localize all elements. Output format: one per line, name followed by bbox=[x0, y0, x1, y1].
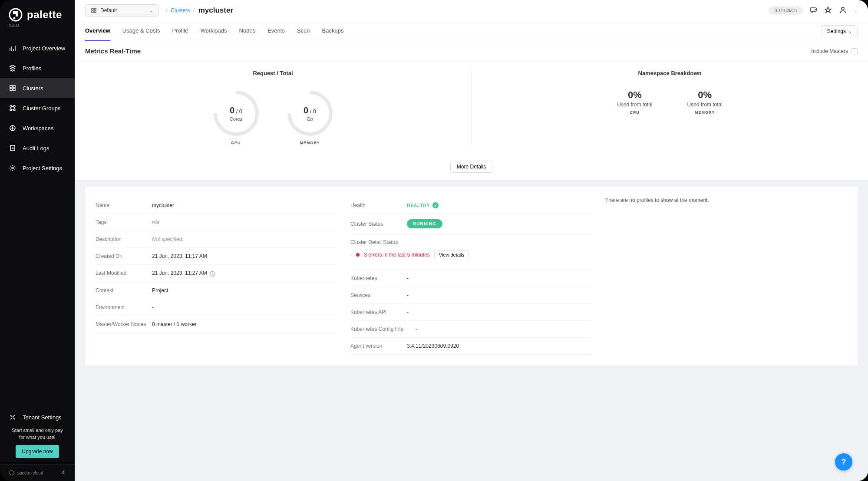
tab-events[interactable]: Events bbox=[267, 21, 285, 41]
chevron-down-icon: ⌄ bbox=[848, 29, 852, 33]
star-icon[interactable] bbox=[825, 7, 832, 14]
svg-point-7 bbox=[13, 105, 15, 107]
svg-rect-14 bbox=[94, 8, 96, 10]
help-button[interactable]: ? bbox=[835, 453, 852, 471]
nav-project-overview[interactable]: Project Overview bbox=[0, 38, 75, 58]
version: 3.4.48 bbox=[9, 23, 66, 28]
svg-point-12 bbox=[12, 167, 13, 169]
tab-overview[interactable]: Overview bbox=[85, 21, 110, 41]
tab-scan[interactable]: Scan bbox=[297, 21, 310, 41]
breadcrumb: / Clusters / mycluster bbox=[166, 6, 233, 15]
clusters-icon bbox=[9, 84, 17, 92]
tenant-settings[interactable]: Tenant Settings bbox=[9, 407, 66, 427]
nav-workspaces[interactable]: Workspaces bbox=[0, 118, 75, 138]
stack-icon bbox=[9, 64, 17, 72]
modified-value: 21 Jun, 2023, 11:27 AMi bbox=[152, 270, 215, 277]
info-icon[interactable]: i bbox=[210, 271, 215, 277]
tab-nodes[interactable]: Nodes bbox=[239, 21, 256, 41]
ns-cpu-stat: 0% Used from total CPU bbox=[617, 89, 652, 115]
breadcrumb-clusters[interactable]: Clusters bbox=[171, 7, 190, 13]
include-masters-checkbox[interactable] bbox=[851, 48, 858, 54]
no-profiles-text: There are no profiles to show at the mom… bbox=[605, 197, 847, 203]
api-label: Kubernetes API bbox=[350, 309, 407, 315]
spectro-icon bbox=[9, 470, 15, 476]
svg-rect-16 bbox=[94, 11, 96, 13]
metrics-title: Metrics Real-Time bbox=[85, 47, 141, 55]
gear-icon bbox=[9, 164, 17, 172]
svg-point-17 bbox=[842, 7, 844, 10]
svg-rect-15 bbox=[92, 11, 93, 13]
include-masters-label: Include Masters bbox=[811, 48, 848, 54]
k8s-label: Kubernetes bbox=[350, 275, 407, 281]
breadcrumb-current: mycluster bbox=[198, 6, 233, 15]
svc-value: - bbox=[407, 292, 409, 298]
svg-rect-11 bbox=[10, 145, 15, 151]
nav-label: Workspaces bbox=[23, 125, 53, 132]
nav-cluster-groups[interactable]: Cluster Groups bbox=[0, 98, 75, 118]
view-details-button[interactable]: View details bbox=[434, 250, 469, 259]
user-chevron-icon[interactable]: ⌄ bbox=[854, 8, 858, 13]
tenant-label: Tenant Settings bbox=[23, 414, 62, 421]
error-text: 3 errors in the last 5 minutes bbox=[364, 252, 429, 258]
env-label: Environment bbox=[96, 304, 152, 310]
sidebar: palette 3.4.48 Project Overview Profiles bbox=[0, 0, 75, 481]
tab-profile[interactable]: Profile bbox=[172, 21, 188, 41]
project-selector[interactable]: Default ⌄ bbox=[85, 4, 159, 16]
palette-logo-icon bbox=[9, 8, 23, 22]
nav-label: Profiles bbox=[23, 65, 41, 72]
upgrade-text: Start small and only pay for what you us… bbox=[9, 427, 66, 441]
tab-workloads[interactable]: Workloads bbox=[200, 21, 227, 41]
svg-rect-3 bbox=[13, 86, 15, 88]
nav-label: Audit Logs bbox=[23, 145, 49, 152]
desc-label: Description bbox=[96, 236, 152, 242]
nav-audit-logs[interactable]: Audit Logs bbox=[0, 138, 75, 158]
error-dot-icon bbox=[356, 253, 360, 257]
memory-label: MEMORY bbox=[300, 141, 320, 145]
bar-chart-icon bbox=[9, 44, 17, 52]
svg-rect-2 bbox=[10, 86, 12, 88]
svg-point-9 bbox=[13, 109, 15, 111]
k8s-value: - bbox=[407, 275, 409, 281]
nav-profiles[interactable]: Profiles bbox=[0, 58, 75, 78]
cfg-label: Kubernetes Config File bbox=[350, 326, 416, 332]
nav-label: Clusters bbox=[23, 85, 43, 92]
audit-icon bbox=[9, 144, 17, 152]
grid-icon bbox=[91, 7, 97, 13]
memory-gauge: 0 / 0 Gb MEMORY bbox=[286, 89, 334, 145]
tab-backups[interactable]: Backups bbox=[322, 21, 344, 41]
user-icon[interactable] bbox=[839, 7, 847, 14]
collapse-sidebar-icon[interactable] bbox=[61, 470, 66, 476]
agent-label: Agent version bbox=[350, 343, 407, 349]
group-icon bbox=[9, 104, 17, 112]
tab-usage-costs[interactable]: Usage & Costs bbox=[122, 21, 160, 41]
env-value: - bbox=[152, 304, 154, 310]
tags-label: Tags bbox=[96, 219, 152, 225]
chat-icon[interactable] bbox=[810, 7, 818, 14]
status-label: Cluster Status bbox=[350, 221, 407, 227]
cpu-gauge: 0 / 0 Cores CPU bbox=[212, 89, 260, 145]
context-label: Context bbox=[96, 287, 152, 293]
nav-project-settings[interactable]: Project Settings bbox=[0, 158, 75, 178]
chevron-right-icon[interactable]: › bbox=[350, 253, 352, 257]
check-icon: ✓ bbox=[432, 202, 439, 208]
chevron-down-icon: ⌄ bbox=[149, 7, 153, 13]
credit-badge: 0.1/100kCh bbox=[769, 7, 803, 15]
nav-label: Project Overview bbox=[23, 45, 65, 52]
nav-clusters[interactable]: Clusters bbox=[0, 78, 75, 98]
more-details-button[interactable]: More Details bbox=[450, 161, 492, 173]
sidebar-footer-brand: spectro cloud bbox=[9, 470, 43, 476]
logo: palette bbox=[9, 8, 66, 22]
settings-button[interactable]: Settings ⌄ bbox=[822, 25, 858, 37]
name-label: Name bbox=[96, 202, 152, 208]
nav-label: Project Settings bbox=[23, 165, 62, 171]
detail-status-label: Cluster Detail Status bbox=[350, 239, 398, 245]
created-value: 21 Jun, 2023, 11:17 AM bbox=[152, 253, 207, 259]
tags-value: n/a bbox=[152, 219, 159, 225]
workspaces-icon bbox=[9, 124, 17, 132]
context-value: Project bbox=[152, 287, 168, 293]
project-select-value: Default bbox=[100, 7, 117, 13]
request-total-title: Request / Total bbox=[88, 70, 458, 76]
upgrade-now-button[interactable]: Upgrade now bbox=[16, 445, 59, 458]
svg-point-6 bbox=[10, 105, 12, 107]
ns-memory-stat: 0% Used from total MEMORY bbox=[687, 89, 723, 115]
